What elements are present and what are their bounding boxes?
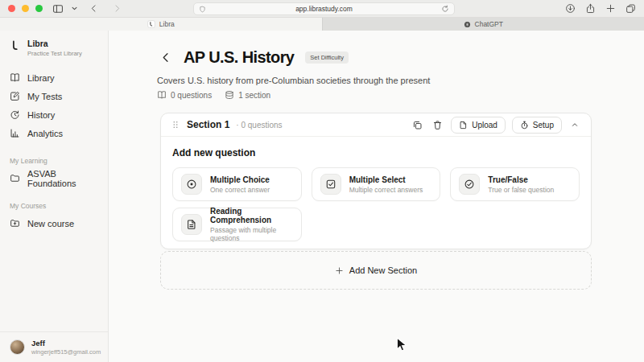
- window-controls: [8, 5, 43, 12]
- sidebar-item-label: Library: [27, 73, 55, 83]
- app-logo-block: Libra Practice Test Library: [0, 31, 108, 57]
- sidebar-item-label: ASVAB Foundations: [27, 169, 98, 188]
- question-type-subtitle: One correct answer: [210, 186, 270, 194]
- test-stats: 0 questions 1 section: [157, 90, 270, 100]
- sidebar-item-label: My Tests: [27, 92, 62, 101]
- folder-icon: [10, 173, 20, 183]
- radio-icon: [181, 174, 202, 195]
- chevron-down-icon[interactable]: [72, 6, 77, 11]
- tab-chatgpt[interactable]: ChatGPT: [323, 18, 644, 31]
- group-title-my-learning: My Learning: [0, 157, 108, 165]
- setup-label: Setup: [533, 121, 554, 130]
- duplicate-section-button[interactable]: [411, 118, 424, 132]
- sidebar-item-asvab-foundations[interactable]: ASVAB Foundations: [0, 169, 108, 187]
- file-icon: [459, 121, 468, 130]
- add-new-section-button[interactable]: Add New Section: [160, 251, 592, 290]
- tab-overview-icon[interactable]: [625, 3, 636, 14]
- question-type-title: True/False: [488, 175, 554, 184]
- sidebar-item-history[interactable]: History: [0, 105, 108, 124]
- bar-chart-icon: [10, 128, 20, 138]
- section-panel: Section 1 · 0 questions Upload Setup: [160, 113, 592, 249]
- database-icon: [225, 90, 234, 100]
- setup-button[interactable]: Setup: [512, 117, 562, 134]
- folder-plus-icon: [10, 218, 20, 228]
- add-section-label: Add New Section: [349, 265, 417, 275]
- document-lines-icon: [181, 214, 202, 235]
- book-icon: [10, 72, 20, 83]
- libra-logo-icon: [10, 39, 22, 51]
- section-header: Section 1 · 0 questions Upload Setup: [161, 113, 591, 137]
- close-window-button[interactable]: [8, 5, 15, 12]
- sidebar: Libra Practice Test Library Library My T…: [0, 31, 109, 362]
- user-profile[interactable]: Jeff wingerjeff515@gmail.com: [0, 331, 108, 362]
- zoom-window-button[interactable]: [35, 5, 43, 12]
- libra-favicon-icon: [147, 20, 155, 28]
- copy-icon: [412, 120, 423, 130]
- upload-label: Upload: [472, 121, 497, 130]
- tab-label: ChatGPT: [475, 20, 503, 28]
- tab-libra[interactable]: Libra: [0, 18, 323, 31]
- checkbox-icon: [320, 174, 341, 195]
- open-book-icon: [157, 90, 167, 100]
- page-title: AP U.S. History: [184, 48, 294, 67]
- main-content: AP U.S. History Set Difficulty Covers U.…: [109, 31, 644, 362]
- questions-stat: 0 questions: [157, 90, 212, 100]
- test-description: Covers U.S. history from pre-Columbian s…: [157, 76, 430, 85]
- trash-icon: [432, 120, 443, 130]
- chatgpt-favicon-icon: [464, 21, 471, 28]
- back-arrow-button[interactable]: [160, 51, 172, 64]
- sidebar-item-analytics[interactable]: Analytics: [0, 124, 108, 142]
- app-name: Libra: [27, 39, 82, 48]
- url-text: app.librastudy.com: [295, 5, 353, 13]
- sidebar-item-label: History: [27, 110, 55, 120]
- chevron-up-icon: [570, 120, 580, 130]
- address-bar[interactable]: app.librastudy.com: [193, 2, 455, 15]
- collapse-section-button[interactable]: [568, 118, 581, 131]
- tab-label: Libra: [159, 20, 175, 28]
- tab-bar: Libra ChatGPT: [0, 18, 644, 31]
- back-button[interactable]: [89, 3, 99, 14]
- sidebar-item-my-tests[interactable]: My Tests: [0, 87, 108, 105]
- app-subtitle: Practice Test Library: [27, 50, 82, 57]
- sidebar-item-library[interactable]: Library: [0, 68, 108, 87]
- forward-button[interactable]: [112, 3, 122, 14]
- question-type-title: Multiple Select: [349, 175, 423, 184]
- avatar: [10, 339, 25, 355]
- share-icon[interactable]: [585, 3, 596, 14]
- sidebar-item-label: New course: [27, 219, 74, 228]
- question-type-reading-comprehension[interactable]: Reading Comprehension Passage with multi…: [172, 208, 302, 241]
- upload-button[interactable]: Upload: [451, 117, 506, 134]
- section-question-count: · 0 questions: [236, 121, 282, 130]
- question-type-multiple-choice[interactable]: Multiple Choice One correct answer: [172, 167, 302, 201]
- plus-icon: [335, 266, 344, 275]
- set-difficulty-badge[interactable]: Set Difficulty: [305, 51, 349, 64]
- question-type-subtitle: True or false question: [488, 186, 554, 194]
- sidebar-toggle-icon[interactable]: [52, 3, 64, 14]
- stopwatch-icon: [520, 121, 529, 130]
- new-tab-icon[interactable]: [605, 3, 616, 14]
- stat-label: 1 section: [238, 91, 270, 100]
- sidebar-item-new-course[interactable]: New course: [0, 214, 108, 232]
- reload-icon[interactable]: [441, 5, 449, 13]
- sections-stat: 1 section: [225, 90, 270, 100]
- question-type-title: Multiple Choice: [210, 175, 270, 184]
- add-question-heading: Add new question: [172, 147, 580, 158]
- delete-section-button[interactable]: [431, 118, 444, 132]
- question-type-title: Reading Comprehension: [210, 207, 293, 224]
- question-type-subtitle: Multiple correct answers: [349, 186, 423, 194]
- minimize-window-button[interactable]: [22, 5, 29, 12]
- question-type-multiple-select[interactable]: Multiple Select Multiple correct answers: [312, 167, 441, 201]
- user-email: wingerjeff515@gmail.com: [31, 348, 101, 356]
- group-title-my-courses: My Courses: [0, 202, 108, 210]
- privacy-shield-icon[interactable]: [199, 6, 206, 13]
- check-circle-icon: [459, 174, 480, 195]
- question-type-subtitle: Passage with multiple questions: [210, 226, 293, 242]
- stat-label: 0 questions: [171, 91, 212, 100]
- history-icon: [10, 109, 20, 120]
- question-type-true-false[interactable]: True/False True or false question: [450, 167, 580, 201]
- pencil-icon: [10, 91, 20, 101]
- user-name: Jeff: [31, 339, 101, 348]
- drag-handle-icon[interactable]: [171, 120, 180, 130]
- downloads-icon[interactable]: [565, 3, 576, 14]
- browser-chrome: app.librastudy.com: [0, 0, 644, 18]
